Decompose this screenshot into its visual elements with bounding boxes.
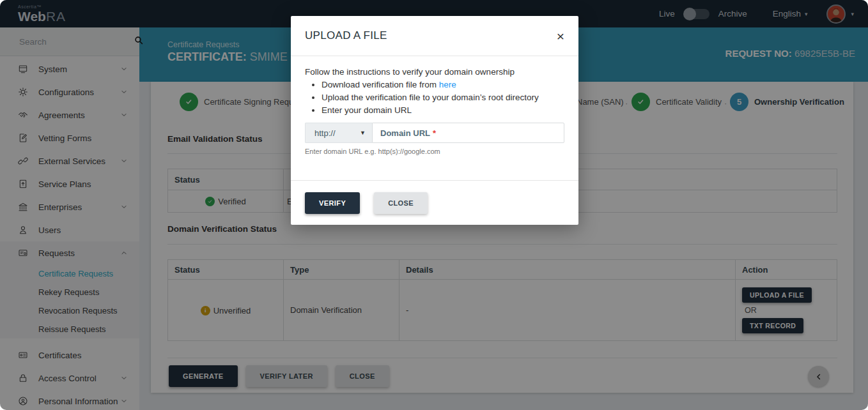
modal-body: Follow the instructions to verify your d… [291,56,578,155]
upload-file-modal: UPLOAD A FILE × Follow the instructions … [291,16,578,225]
modal-header: UPLOAD A FILE × [291,16,578,56]
verify-button[interactable]: VERIFY [305,192,360,214]
app-window: Ascertia™ WebRA Live Archive English ▾ [0,0,868,410]
modal-footer: VERIFY CLOSE [291,180,578,225]
protocol-value: http:// [314,128,336,138]
modal-intro: Follow the instructions to verify your d… [305,67,564,77]
close-icon[interactable]: × [557,29,564,43]
protocol-select[interactable]: http:// ▼ [305,123,372,143]
domain-url-placeholder: Domain URL [380,128,430,138]
domain-input-row: http:// ▼ Domain URL * [305,123,564,143]
dropdown-caret-icon: ▼ [360,130,366,136]
required-asterisk: * [433,128,436,138]
domain-url-input[interactable]: Domain URL * [372,123,564,143]
domain-url-helper: Enter domain URL e.g. http(s)://google.c… [305,148,564,155]
modal-close-button[interactable]: CLOSE [374,192,428,214]
instruction-list: Download verification file from here Upl… [305,80,564,115]
modal-title: UPLOAD A FILE [305,29,387,42]
instruction-item: Upload the verification file to your dom… [322,93,564,102]
download-here-link[interactable]: here [439,80,456,89]
instruction-item: Enter your domain URL [322,105,564,115]
instruction-item: Download verification file from here [322,80,564,89]
instruction-text: Download verification file from [322,80,439,89]
